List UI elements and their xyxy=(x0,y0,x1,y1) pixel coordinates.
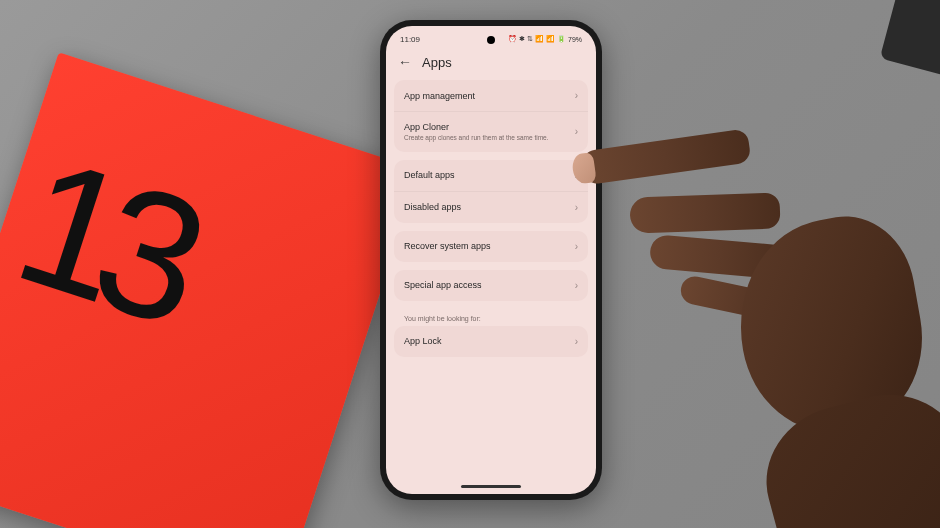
chevron-right-icon: › xyxy=(575,90,578,101)
item-label: App Cloner xyxy=(404,122,575,132)
settings-group: Default apps › Disabled apps › xyxy=(394,160,588,223)
settings-list[interactable]: App management › App Cloner Create app c… xyxy=(386,80,596,357)
item-label: Special app access xyxy=(404,280,575,290)
phone-frame: 11:09 ⏰ ✱ ⇅ 📶 📶 🔋 79% ← Apps App managem… xyxy=(380,20,602,500)
item-disabled-apps[interactable]: Disabled apps › xyxy=(394,192,588,223)
item-subtitle: Create app clones and run them at the sa… xyxy=(404,134,575,142)
suggestion-group: App Lock › xyxy=(394,326,588,357)
page-header: ← Apps xyxy=(386,48,596,80)
chevron-right-icon: › xyxy=(575,126,578,137)
chevron-right-icon: › xyxy=(575,280,578,291)
suggestion-label: You might be looking for: xyxy=(394,309,588,326)
item-app-lock[interactable]: App Lock › xyxy=(394,326,588,357)
item-label: Default apps xyxy=(404,170,575,180)
battery-percent: 79% xyxy=(568,36,582,43)
item-app-cloner[interactable]: App Cloner Create app clones and run the… xyxy=(394,112,588,152)
chevron-right-icon: › xyxy=(575,202,578,213)
chevron-right-icon: › xyxy=(575,170,578,181)
front-camera xyxy=(487,36,495,44)
item-label: Disabled apps xyxy=(404,202,575,212)
item-label: App management xyxy=(404,91,575,101)
item-special-app-access[interactable]: Special app access › xyxy=(394,270,588,301)
item-label: App Lock xyxy=(404,336,575,346)
back-icon[interactable]: ← xyxy=(398,54,412,70)
status-time: 11:09 xyxy=(400,35,420,44)
status-icons: ⏰ ✱ ⇅ 📶 📶 🔋 79% xyxy=(508,35,582,43)
phone-screen: 11:09 ⏰ ✱ ⇅ 📶 📶 🔋 79% ← Apps App managem… xyxy=(386,26,596,494)
chevron-right-icon: › xyxy=(575,336,578,347)
settings-group: App management › App Cloner Create app c… xyxy=(394,80,588,152)
page-title: Apps xyxy=(422,55,452,70)
item-recover-system-apps[interactable]: Recover system apps › xyxy=(394,231,588,262)
item-label: Recover system apps xyxy=(404,241,575,251)
chevron-right-icon: › xyxy=(575,241,578,252)
battery-icon: 🔋 xyxy=(557,35,566,43)
settings-group: Recover system apps › xyxy=(394,231,588,262)
status-indicator-icons: ⏰ ✱ ⇅ 📶 📶 xyxy=(508,35,555,43)
item-app-management[interactable]: App management › xyxy=(394,80,588,112)
item-default-apps[interactable]: Default apps › xyxy=(394,160,588,192)
settings-group: Special app access › xyxy=(394,270,588,301)
home-indicator[interactable] xyxy=(461,485,521,488)
